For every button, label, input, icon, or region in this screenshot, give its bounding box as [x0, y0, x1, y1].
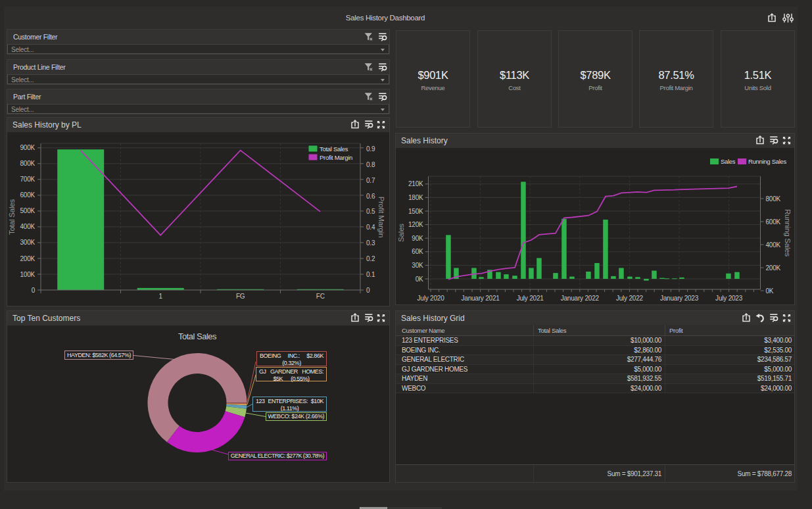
svg-text:600K: 600K [766, 218, 781, 226]
svg-text:200K: 200K [20, 255, 35, 262]
svg-text:July 2022: July 2022 [616, 295, 644, 302]
svg-text:0: 0 [32, 287, 36, 294]
svg-text:1: 1 [159, 293, 163, 300]
svg-text:0.9: 0.9 [366, 145, 375, 153]
svg-text:0K: 0K [766, 287, 774, 295]
svg-text:Running Sales: Running Sales [748, 158, 786, 165]
svg-text:800K: 800K [20, 160, 35, 167]
svg-text:200K: 200K [766, 264, 781, 272]
svg-text:0.1: 0.1 [366, 271, 375, 278]
svg-text:Sales: Sales [397, 224, 405, 242]
svg-text:0.5: 0.5 [366, 208, 375, 215]
svg-text:0.4: 0.4 [366, 224, 375, 231]
svg-text:January 2021: January 2021 [461, 295, 500, 302]
svg-text:90K: 90K [412, 235, 423, 242]
svg-text:500K: 500K [20, 207, 35, 214]
svg-text:0.3: 0.3 [366, 239, 375, 247]
svg-text:100K: 100K [20, 271, 35, 278]
svg-text:210K: 210K [408, 180, 423, 187]
svg-text:600K: 600K [20, 191, 35, 199]
svg-text:180K: 180K [408, 194, 423, 201]
svg-text:January 2023: January 2023 [660, 295, 699, 302]
svg-text:120K: 120K [408, 221, 423, 228]
svg-text:0K: 0K [416, 276, 423, 283]
svg-text:July 2023: July 2023 [715, 295, 743, 302]
svg-text:150K: 150K [408, 208, 423, 215]
svg-text:July 2020: July 2020 [417, 295, 444, 302]
svg-text:Running Sales: Running Sales [784, 209, 792, 257]
svg-text:Total Sales: Total Sales [320, 145, 348, 153]
svg-text:300K: 300K [20, 239, 35, 246]
svg-text:400K: 400K [766, 241, 781, 249]
svg-text:0.2: 0.2 [366, 255, 375, 262]
svg-text:July 2021: July 2021 [517, 295, 544, 302]
svg-text:Profit Margin: Profit Margin [320, 154, 352, 161]
svg-text:January 2022: January 2022 [561, 295, 600, 302]
svg-text:700K: 700K [20, 176, 35, 183]
svg-text:FC: FC [316, 293, 325, 300]
svg-text:0.6: 0.6 [366, 193, 375, 200]
svg-text:Sales: Sales [721, 158, 736, 165]
svg-text:900K: 900K [20, 144, 35, 151]
svg-text:0.8: 0.8 [366, 161, 375, 168]
svg-text:Total Sales: Total Sales [8, 199, 16, 235]
svg-text:0.7: 0.7 [366, 177, 375, 184]
svg-text:800K: 800K [766, 195, 781, 203]
svg-text:60K: 60K [412, 248, 423, 255]
svg-text:30K: 30K [412, 262, 423, 269]
svg-text:Profit Margin: Profit Margin [377, 197, 385, 238]
svg-text:0: 0 [366, 287, 370, 294]
svg-text:FG: FG [236, 293, 245, 300]
svg-text:400K: 400K [20, 223, 35, 230]
